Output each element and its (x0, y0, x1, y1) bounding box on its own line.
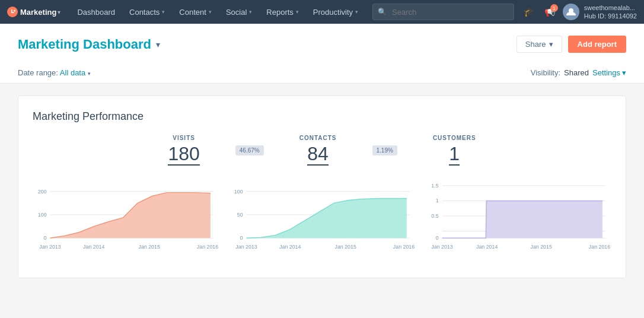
svg-text:Jan 2013: Jan 2013 (39, 244, 60, 250)
visibility-control: Visibility: Shared Settings ▾ (531, 68, 626, 77)
search-bar: 🔍 (372, 4, 514, 20)
svg-point-0 (7, 7, 18, 17)
svg-point-1 (14, 10, 15, 12)
hubspot-logo-icon (7, 7, 18, 17)
dashboard-dropdown-icon[interactable]: ▾ (156, 40, 160, 49)
svg-text:1.5: 1.5 (432, 183, 439, 189)
hub-id: Hub ID: 99114092 (584, 12, 637, 20)
metrics-row: VISITS 180 46.67% CONTACTS 84 1.19% CUST… (33, 135, 611, 166)
svg-text:Jan 2014: Jan 2014 (476, 244, 498, 250)
visits-to-contacts-badge: 46.67% (235, 145, 264, 155)
page-title-wrap: Marketing Dashboard ▾ (18, 37, 160, 52)
content-dropdown-icon: ▾ (209, 9, 212, 15)
customers-chart: 1.5 1 0.5 0 Jan 2013 Jan 2014 Jan 2015 J… (425, 180, 611, 263)
nav-item-dashboard[interactable]: Dashboard (70, 0, 122, 24)
customers-chart-svg: 1.5 1 0.5 0 Jan 2013 Jan 2014 Jan 2015 J… (425, 180, 611, 262)
contacts-chart-svg: 100 50 0 Jan 2013 Jan 2014 Jan 2015 Jan … (229, 180, 416, 262)
svg-text:Jan 2015: Jan 2015 (531, 244, 552, 250)
nav-item-reports[interactable]: Reports ▾ (259, 0, 306, 24)
nav-item-social[interactable]: Social ▾ (219, 0, 259, 24)
contacts-metric: CONTACTS 84 (276, 135, 361, 166)
account-info[interactable]: sweethomealab... Hub ID: 99114092 (584, 4, 637, 21)
page-header-top: Marketing Dashboard ▾ Share ▾ Add report (18, 36, 626, 62)
visits-label: VISITS (168, 135, 199, 141)
svg-text:Jan 2016: Jan 2016 (197, 244, 218, 250)
svg-text:Jan 2014: Jan 2014 (279, 244, 301, 250)
page-toolbar: Date range: All data ▾ Visibility: Share… (18, 62, 626, 83)
svg-text:0: 0 (240, 235, 243, 241)
svg-text:Jan 2015: Jan 2015 (334, 244, 356, 250)
visits-chart: 200 100 0 Jan 2013 Jan 2014 Jan 2015 Jan… (33, 180, 219, 263)
customers-label: CUSTOMERS (433, 135, 476, 141)
main-content: Marketing Dashboard ▾ Share ▾ Add report… (0, 24, 644, 290)
svg-text:Jan 2016: Jan 2016 (393, 244, 415, 250)
svg-text:0.5: 0.5 (432, 213, 439, 219)
svg-text:Jan 2016: Jan 2016 (589, 244, 610, 250)
date-range-arrow-icon: ▾ (88, 71, 91, 77)
nav-menu: Dashboard Contacts ▾ Content ▾ Social ▾ … (70, 0, 365, 24)
notification-badge: 1 (550, 4, 558, 12)
social-dropdown-icon: ▾ (249, 9, 252, 15)
svg-text:Jan 2014: Jan 2014 (83, 244, 104, 250)
svg-text:Jan 2013: Jan 2013 (432, 244, 453, 250)
brand-label: Marketing (20, 8, 56, 17)
settings-link[interactable]: Settings ▾ (592, 68, 626, 77)
page-title: Marketing Dashboard (18, 37, 151, 52)
page-header: Marketing Dashboard ▾ Share ▾ Add report… (0, 24, 644, 84)
svg-text:0: 0 (44, 235, 47, 241)
dashboard-body: Marketing Performance VISITS 180 46.67% … (0, 84, 644, 290)
customers-value: 1 (449, 144, 460, 166)
svg-text:200: 200 (38, 189, 47, 195)
search-input[interactable] (372, 4, 514, 20)
brand-dropdown-icon[interactable]: ▾ (58, 9, 60, 15)
svg-text:50: 50 (237, 212, 243, 218)
contacts-label: CONTACTS (299, 135, 337, 141)
nav-item-contacts[interactable]: Contacts ▾ (122, 0, 172, 24)
date-range-control: Date range: All data ▾ (18, 68, 91, 77)
notifications-icon[interactable]: 📢 1 (542, 4, 558, 20)
nav-item-productivity[interactable]: Productivity ▾ (306, 0, 365, 24)
visits-chart-svg: 200 100 0 Jan 2013 Jan 2014 Jan 2015 Jan… (33, 180, 219, 262)
contacts-to-customers-badge: 1.19% (372, 145, 397, 155)
search-icon: 🔍 (378, 8, 387, 16)
svg-text:Jan 2015: Jan 2015 (139, 244, 160, 250)
visibility-label: Visibility: (531, 68, 560, 77)
nav-item-content[interactable]: Content ▾ (172, 0, 219, 24)
settings-arrow-icon: ▾ (622, 68, 626, 77)
topnav: Marketing ▾ Dashboard Contacts ▾ Content… (0, 0, 644, 24)
productivity-dropdown-icon: ▾ (355, 9, 358, 15)
date-range-label: Date range: (18, 68, 58, 77)
contacts-chart: 100 50 0 Jan 2013 Jan 2014 Jan 2015 Jan … (229, 180, 416, 263)
visibility-value: Shared (564, 68, 589, 77)
account-name: sweethomealab... (584, 4, 637, 12)
share-dropdown-icon: ▾ (549, 40, 553, 49)
card-title: Marketing Performance (33, 110, 611, 123)
user-avatar[interactable] (563, 4, 579, 20)
visits-metric: VISITS 180 (144, 135, 223, 166)
svg-text:1: 1 (436, 198, 439, 204)
svg-text:0: 0 (436, 235, 439, 241)
svg-text:Jan 2013: Jan 2013 (235, 244, 257, 250)
share-button[interactable]: Share ▾ (517, 36, 562, 53)
contacts-dropdown-icon: ▾ (162, 9, 165, 15)
reports-dropdown-icon: ▾ (296, 9, 299, 15)
nav-right-actions: 🎓 📢 1 sweethomealab... Hub ID: 99114092 (521, 4, 637, 21)
date-range-value[interactable]: All data ▾ (60, 68, 91, 77)
header-actions: Share ▾ Add report (517, 36, 626, 53)
charts-row: 200 100 0 Jan 2013 Jan 2014 Jan 2015 Jan… (33, 180, 611, 263)
marketing-performance-card: Marketing Performance VISITS 180 46.67% … (18, 96, 626, 278)
graduation-cap-icon[interactable]: 🎓 (521, 4, 537, 20)
visits-value: 180 (168, 144, 199, 166)
customers-metric: CUSTOMERS 1 (409, 135, 500, 166)
contacts-value: 84 (307, 144, 329, 166)
svg-text:100: 100 (234, 189, 243, 195)
add-report-button[interactable]: Add report (568, 36, 626, 53)
svg-text:100: 100 (38, 212, 47, 218)
